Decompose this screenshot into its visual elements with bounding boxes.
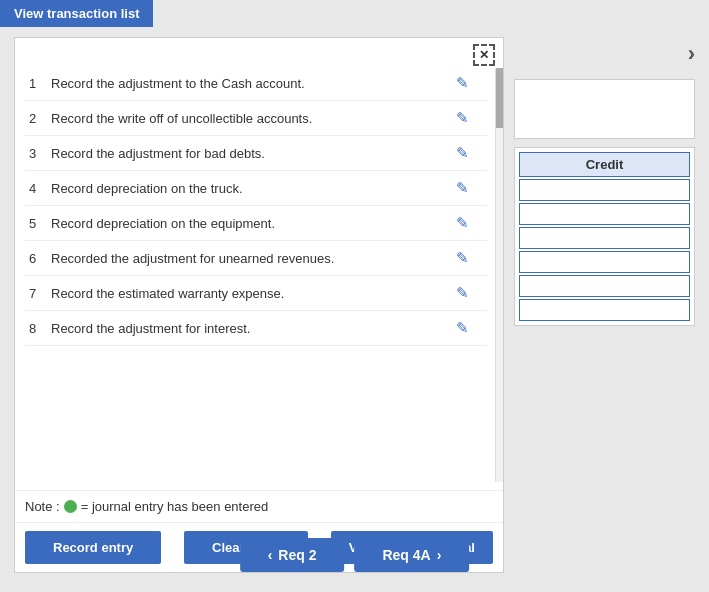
entry-text: Record the adjustment to the Cash accoun… [51, 76, 451, 91]
entry-number: 5 [29, 216, 51, 231]
edit-icon[interactable]: ✎ [451, 179, 473, 197]
credit-cell[interactable] [519, 227, 690, 249]
credit-cell[interactable] [519, 299, 690, 321]
credit-header: Credit [519, 152, 690, 177]
entry-text: Record the adjustment for bad debts. [51, 146, 451, 161]
entries-panel: ✕ 1Record the adjustment to the Cash acc… [14, 37, 504, 573]
note-prefix: Note : [25, 499, 60, 514]
entry-number: 6 [29, 251, 51, 266]
edit-icon[interactable]: ✎ [451, 109, 473, 127]
edit-icon[interactable]: ✎ [451, 74, 473, 92]
entries-list: 1Record the adjustment to the Cash accou… [15, 66, 503, 490]
note-text: = journal entry has been entered [81, 499, 269, 514]
edit-icon[interactable]: ✎ [451, 144, 473, 162]
view-transaction-list-button[interactable]: View transaction list [14, 6, 139, 21]
entry-text: Record the estimated warranty expense. [51, 286, 451, 301]
right-text-area [514, 79, 695, 139]
record-entry-button[interactable]: Record entry [25, 531, 161, 564]
entry-row: 1Record the adjustment to the Cash accou… [25, 66, 487, 101]
entry-row: 3Record the adjustment for bad debts.✎ [25, 136, 487, 171]
credit-cell[interactable] [519, 275, 690, 297]
entry-row: 2Record the write off of uncollectible a… [25, 101, 487, 136]
scrollbar[interactable] [495, 68, 503, 482]
chevron-right-icon[interactable]: › [688, 41, 695, 67]
req4a-label: Req 4A [382, 547, 430, 563]
entry-row: 4Record depreciation on the truck.✎ [25, 171, 487, 206]
chevron-left-icon: ‹ [268, 547, 273, 563]
bottom-nav: ‹ Req 2 Req 4A › [240, 538, 470, 572]
entry-row: 8Record the adjustment for interest.✎ [25, 311, 487, 346]
close-button[interactable]: ✕ [473, 44, 495, 66]
credit-cells [519, 179, 690, 321]
note-row: Note : = journal entry has been entered [15, 490, 503, 522]
entry-row: 5Record depreciation on the equipment.✎ [25, 206, 487, 241]
edit-icon[interactable]: ✎ [451, 214, 473, 232]
req2-label: Req 2 [278, 547, 316, 563]
entry-text: Record depreciation on the equipment. [51, 216, 451, 231]
edit-icon[interactable]: ✎ [451, 284, 473, 302]
entry-number: 8 [29, 321, 51, 336]
credit-cell[interactable] [519, 179, 690, 201]
req4a-button[interactable]: Req 4A › [354, 538, 469, 572]
entry-number: 7 [29, 286, 51, 301]
edit-icon[interactable]: ✎ [451, 319, 473, 337]
entry-number: 3 [29, 146, 51, 161]
close-icon: ✕ [479, 48, 489, 62]
entry-row: 7Record the estimated warranty expense.✎ [25, 276, 487, 311]
credit-cell[interactable] [519, 251, 690, 273]
entry-row: 6Recorded the adjustment for unearned re… [25, 241, 487, 276]
entry-text: Recorded the adjustment for unearned rev… [51, 251, 451, 266]
entry-number: 4 [29, 181, 51, 196]
credit-table: Credit [514, 147, 695, 326]
entry-text: Record the adjustment for interest. [51, 321, 451, 336]
right-panel: › Credit [514, 37, 695, 573]
entry-text: Record the write off of uncollectible ac… [51, 111, 451, 126]
green-dot-icon [64, 500, 77, 513]
edit-icon[interactable]: ✎ [451, 249, 473, 267]
entry-number: 1 [29, 76, 51, 91]
credit-cell[interactable] [519, 203, 690, 225]
entry-number: 2 [29, 111, 51, 126]
req2-button[interactable]: ‹ Req 2 [240, 538, 345, 572]
chevron-right-nav-icon: › [437, 547, 442, 563]
entry-text: Record depreciation on the truck. [51, 181, 451, 196]
